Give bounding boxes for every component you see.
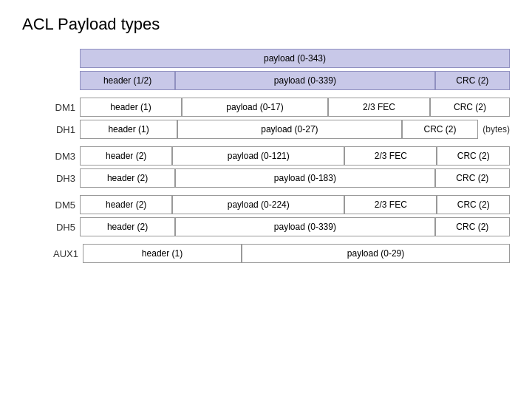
row-dm1: DM1 header (1) payload (0-17) 2/3 FEC CR… [52,98,510,117]
cell-dm5-payload: payload (0-224) [172,195,344,214]
cell-dh5-payload: payload (0-339) [175,217,434,236]
bytes-label: (bytes) [478,120,510,139]
label-dm3: DM3 [52,146,80,166]
row-dh1: DH1 header (1) payload (0-27) CRC (2) (b… [52,120,510,139]
label-dm5: DM5 [52,195,80,214]
label-0 [52,49,80,68]
row-dm3: DM3 header (2) payload (0-121) 2/3 FEC C… [52,146,510,166]
page-title: ACL Payload types [22,15,510,34]
cell-dm1-header: header (1) [80,98,182,117]
cell-dm3-payload: payload (0-121) [172,146,344,166]
cell-dm1-fec: 2/3 FEC [328,98,430,117]
page: ACL Payload types payload (0-343) header… [0,0,532,281]
label-1 [52,71,80,90]
diagram: payload (0-343) header (1/2) payload (0-… [52,49,510,263]
row-dh5: DH5 header (2) payload (0-339) CRC (2) [52,217,510,236]
cell-dm5-crc: CRC (2) [437,195,510,214]
row-1: header (1/2) payload (0-339) CRC (2) [52,71,510,90]
cell-aux1-payload: payload (0-29) [242,244,510,263]
cell-dm3-fec: 2/3 FEC [344,146,437,166]
cell-top-payload: payload (0-343) [80,49,510,68]
label-dh3: DH3 [52,168,80,188]
cell-payload-339: payload (0-339) [175,71,434,90]
cell-dh3-header: header (2) [80,168,175,188]
cell-aux1-header: header (1) [83,244,242,263]
label-dh1: DH1 [52,120,80,139]
cell-dh1-crc: CRC (2) [402,120,479,139]
label-aux1: AUX1 [52,244,83,263]
cell-dm5-header: header (2) [80,195,172,214]
label-dm1: DM1 [52,98,80,117]
cell-crc-top: CRC (2) [435,71,510,90]
cell-header-half: header (1/2) [80,71,175,90]
row-0: payload (0-343) [52,49,510,68]
cell-dh3-payload: payload (0-183) [175,168,434,188]
row-aux1: AUX1 header (1) payload (0-29) [52,244,510,263]
cell-dm1-crc: CRC (2) [430,98,510,117]
cell-dm5-fec: 2/3 FEC [344,195,437,214]
cell-dh1-header: header (1) [80,120,177,139]
cell-dm3-crc: CRC (2) [437,146,510,166]
row-dm5: DM5 header (2) payload (0-224) 2/3 FEC C… [52,195,510,214]
cell-dm3-header: header (2) [80,146,172,166]
row-dh3: DH3 header (2) payload (0-183) CRC (2) [52,168,510,188]
cell-dh5-crc: CRC (2) [435,217,510,236]
cell-dm1-payload: payload (0-17) [182,98,328,117]
cell-dh1-payload: payload (0-27) [177,120,401,139]
label-dh5: DH5 [52,217,80,236]
cell-dh3-crc: CRC (2) [435,168,510,188]
cell-dh5-header: header (2) [80,217,175,236]
